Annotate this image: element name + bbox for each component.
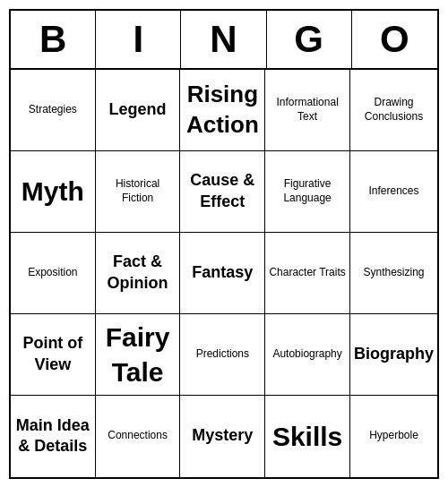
header-letter-i: I [96,11,181,68]
bingo-cell-21[interactable]: Connections [96,396,181,477]
bingo-cell-8[interactable]: Figurative Language [265,151,350,233]
cell-text-9: Inferences [368,184,418,199]
cell-text-4: Drawing Conclusions [354,96,434,124]
bingo-cell-16[interactable]: Fairy Tale [96,314,181,396]
cell-text-22: Mystery [192,425,253,446]
cell-text-20: Main Idea & Details [14,415,91,457]
bingo-cell-9[interactable]: Inferences [350,151,437,233]
bingo-card: BINGO StrategiesLegendRising ActionInfor… [9,9,439,479]
bingo-cell-22[interactable]: Mystery [180,396,265,477]
cell-text-5: Myth [22,174,84,209]
cell-text-10: Exposition [28,266,77,280]
header-letter-n: N [181,11,266,68]
bingo-cell-12[interactable]: Fantasy [180,233,265,314]
cell-text-16: Fairy Tale [99,320,177,389]
bingo-cell-14[interactable]: Synthesizing [350,233,437,314]
bingo-cell-2[interactable]: Rising Action [180,70,265,151]
cell-text-17: Predictions [196,347,249,362]
cell-text-11: Fact & Opinion [99,252,177,294]
cell-text-13: Character Traits [269,266,345,280]
cell-text-23: Skills [272,419,342,454]
bingo-cell-0[interactable]: Strategies [11,70,96,151]
header-letter-g: G [267,11,352,68]
header-letter-o: O [352,11,437,68]
bingo-grid: StrategiesLegendRising ActionInformation… [11,70,437,477]
bingo-cell-1[interactable]: Legend [96,70,181,151]
bingo-cell-17[interactable]: Predictions [180,314,265,396]
cell-text-8: Figurative Language [269,177,346,205]
cell-text-21: Connections [108,429,168,443]
cell-text-2: Rising Action [184,80,261,141]
bingo-cell-19[interactable]: Biography [350,314,437,396]
cell-text-24: Hyperbole [369,429,418,443]
bingo-cell-5[interactable]: Myth [11,151,96,233]
cell-text-3: Informational Text [269,96,346,124]
cell-text-18: Autobiography [272,347,341,362]
bingo-cell-18[interactable]: Autobiography [265,314,350,396]
cell-text-6: Historical Fiction [99,177,177,205]
cell-text-19: Biography [354,344,434,364]
bingo-cell-23[interactable]: Skills [265,396,350,477]
bingo-cell-7[interactable]: Cause & Effect [180,151,265,233]
cell-text-7: Cause & Effect [184,170,261,212]
bingo-cell-4[interactable]: Drawing Conclusions [350,70,437,151]
bingo-cell-15[interactable]: Point of View [11,314,96,396]
bingo-header: BINGO [11,11,437,70]
bingo-cell-10[interactable]: Exposition [11,233,96,314]
bingo-cell-20[interactable]: Main Idea & Details [11,396,96,477]
bingo-cell-24[interactable]: Hyperbole [350,396,437,477]
cell-text-15: Point of View [14,333,91,375]
bingo-cell-13[interactable]: Character Traits [265,233,350,314]
cell-text-14: Synthesizing [363,266,424,280]
cell-text-12: Fantasy [192,262,253,283]
bingo-cell-3[interactable]: Informational Text [265,70,350,151]
bingo-cell-11[interactable]: Fact & Opinion [96,233,181,314]
bingo-cell-6[interactable]: Historical Fiction [96,151,181,233]
cell-text-1: Legend [109,99,167,120]
header-letter-b: B [11,11,96,68]
cell-text-0: Strategies [29,103,77,117]
